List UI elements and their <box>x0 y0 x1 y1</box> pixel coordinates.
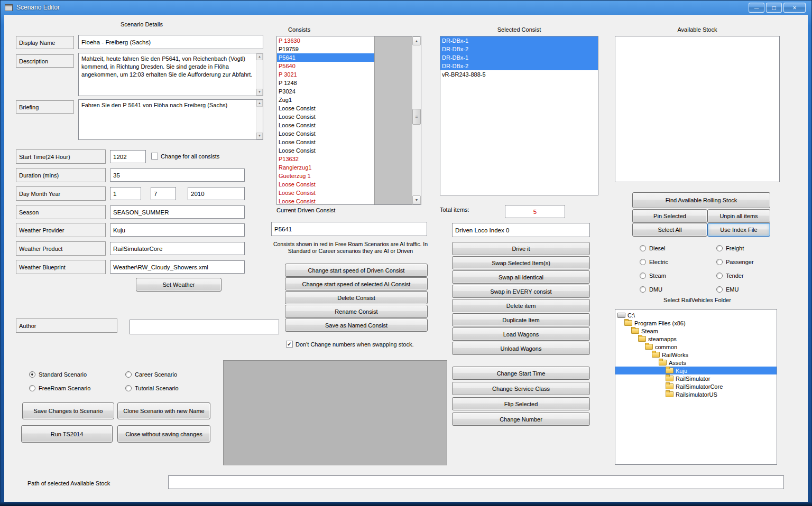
tree-item-railworks[interactable]: RailWorks <box>615 351 777 359</box>
diesel-radio[interactable]: Diesel <box>640 245 716 251</box>
swap-all-identical-button[interactable]: Swap all identical <box>452 270 590 284</box>
day-input[interactable]: 1 <box>110 187 141 200</box>
change-number-button[interactable]: Change Number <box>452 413 590 426</box>
weather-product-input[interactable]: RailSimulatorCore <box>110 242 245 255</box>
weather-provider-input[interactable]: Kuju <box>110 223 245 237</box>
standard-scenario-radio[interactable]: Standard Scenario <box>29 371 125 378</box>
drive-it-button[interactable]: Drive it <box>452 242 590 255</box>
briefing-scrollbar[interactable]: ▲ ▼ <box>256 100 263 139</box>
delete-item-button[interactable]: Delete item <box>452 299 590 312</box>
electric-radio[interactable]: Electric <box>640 259 716 265</box>
scroll-up-icon[interactable]: ▲ <box>256 100 263 107</box>
scroll-up-icon[interactable]: ▲ <box>256 53 263 60</box>
list-item-loose-consist[interactable]: Loose Consist <box>277 138 374 146</box>
swap-selected-item-s-button[interactable]: Swap Selected Item(s) <box>452 256 590 269</box>
available-stock-list[interactable] <box>615 36 780 182</box>
briefing-input[interactable]: Fahren Sie den P 5641 von Flöha nach Fre… <box>78 99 263 140</box>
maximize-button[interactable]: □ <box>766 3 782 13</box>
list-item-loose-consist[interactable]: Loose Consist <box>277 121 374 129</box>
list-item-dr-dbx-1[interactable]: DR-DBx-1 <box>440 53 598 62</box>
tree-item-railsimulatorcore[interactable]: RailSimulatorCore <box>615 382 777 390</box>
list-item-loose-consist[interactable]: Loose Consist <box>277 146 374 155</box>
unpin-all-items-button[interactable]: Unpin all items <box>707 209 770 223</box>
list-item-p5640[interactable]: P5640 <box>277 62 374 70</box>
month-input[interactable]: 7 <box>151 187 176 200</box>
list-item-loose-consist[interactable]: Loose Consist <box>277 129 374 138</box>
scroll-up-icon[interactable]: ▲ <box>412 36 421 45</box>
tree-item-kuju[interactable]: Kuju <box>615 367 777 374</box>
list-item-p3024[interactable]: P3024 <box>277 87 374 96</box>
year-input[interactable]: 2010 <box>188 187 245 200</box>
pin-selected-button[interactable]: Pin Selected <box>632 209 707 223</box>
tree-item-railsimulator[interactable]: RailSimulator <box>615 374 777 382</box>
change-all-consists-checkbox[interactable]: Change for all consists <box>151 153 219 160</box>
rename-consist-button[interactable]: Rename Consist <box>285 305 428 318</box>
dont-change-numbers-checkbox[interactable]: ✓ Don't Change numbers when swapping sto… <box>286 341 413 348</box>
save-as-named-consist-button[interactable]: Save as Named Consist <box>285 318 428 332</box>
tender-radio[interactable]: Tender <box>716 273 778 279</box>
list-item-gueterzug-1[interactable]: Gueterzug 1 <box>277 172 374 180</box>
list-item-zug1[interactable]: Zug1 <box>277 96 374 104</box>
scrollbar-thumb[interactable] <box>412 109 421 125</box>
close-button[interactable]: × <box>783 3 806 13</box>
description-scrollbar[interactable]: ▲ ▼ <box>256 53 263 96</box>
load-wagons-button[interactable]: Load Wagons <box>452 327 590 341</box>
list-item-loose-consist[interactable]: Loose Consist <box>277 113 374 121</box>
list-item-dr-dbx-2[interactable]: DR-DBx-2 <box>440 45 598 53</box>
scroll-down-icon[interactable]: ▼ <box>256 133 263 139</box>
flip-selected-button[interactable]: Flip Selected <box>452 397 590 410</box>
consists-scrollbar[interactable]: ▲ ▼ <box>412 36 421 204</box>
weather-blueprint-input[interactable]: Weather\RW_Cloudy_Showers.xml <box>110 260 245 274</box>
list-item-p-13630[interactable]: P 13630 <box>277 36 374 45</box>
freight-radio[interactable]: Freight <box>716 245 778 251</box>
list-item-vr-br243-888-5[interactable]: vR-BR243-888-5 <box>440 70 598 79</box>
path-input[interactable] <box>168 475 784 489</box>
list-item-p-3021[interactable]: P 3021 <box>277 70 374 79</box>
scroll-down-icon[interactable]: ▼ <box>256 89 263 96</box>
freeroam-scenario-radio[interactable]: FreeRoam Scenario <box>29 385 125 391</box>
tree-item-common[interactable]: common <box>615 343 777 351</box>
display-name-input[interactable]: Floeha - Freiberg (Sachs) <box>78 35 263 49</box>
tree-item-program-files-x86[interactable]: Program Files (x86) <box>615 319 777 327</box>
tree-item-c[interactable]: C:\ <box>615 311 777 319</box>
list-item-dr-dbx-1[interactable]: DR-DBx-1 <box>440 36 598 45</box>
list-item-loose-consist[interactable]: Loose Consist <box>277 189 374 197</box>
dmu-radio[interactable]: DMU <box>640 286 716 293</box>
start-time-input[interactable]: 1202 <box>110 150 146 163</box>
change-start-speed-of-driven-consist-button[interactable]: Change start speed of Driven Consist <box>285 264 428 277</box>
minimize-button[interactable]: ─ <box>749 3 764 13</box>
delete-consist-button[interactable]: Delete Consist <box>285 291 428 304</box>
list-item-loose-consist[interactable]: Loose Consist <box>277 104 374 113</box>
passenger-radio[interactable]: Passenger <box>716 259 778 265</box>
scroll-down-icon[interactable]: ▼ <box>412 195 421 204</box>
career-scenario-radio[interactable]: Career Scenario <box>125 371 222 378</box>
list-item-p19759[interactable]: P19759 <box>277 45 374 53</box>
duplicate-item-button[interactable]: Duplicate Item <box>452 313 590 326</box>
clone-scenario-button[interactable]: Clone Scenario with new Name <box>117 402 210 419</box>
tutorial-scenario-radio[interactable]: Tutorial Scenario <box>125 385 222 391</box>
list-item-loose-consist[interactable]: Loose Consist <box>277 180 374 189</box>
tree-item-steam[interactable]: Steam <box>615 327 777 335</box>
list-item-dr-dbx-2[interactable]: DR-DBx-2 <box>440 62 598 70</box>
titlebar[interactable]: Scenario Editor ─ □ × <box>0 0 812 15</box>
description-input[interactable]: Mahlzeit, heute fahren Sie den P5641, vo… <box>78 53 263 96</box>
run-ts2014-button[interactable]: Run TS2014 <box>21 425 113 443</box>
author-input[interactable] <box>130 320 279 334</box>
set-weather-button[interactable]: Set Weather <box>136 278 222 292</box>
season-input[interactable]: SEASON_SUMMER <box>110 205 245 219</box>
change-service-class-button[interactable]: Change Service Class <box>452 382 590 395</box>
tree-item-assets[interactable]: Assets <box>615 359 777 367</box>
change-start-time-button[interactable]: Change Start Time <box>452 367 590 380</box>
change-start-speed-of-selected-ai-consist-button[interactable]: Change start speed of selected AI Consis… <box>285 277 428 291</box>
emu-radio[interactable]: EMU <box>716 286 778 293</box>
use-index-file-button[interactable]: Use Index File <box>707 223 770 237</box>
steam-radio[interactable]: Steam <box>640 273 716 279</box>
unload-wagons-button[interactable]: Unload Wagons <box>452 342 590 355</box>
list-item-rangierzug1[interactable]: Rangierzug1 <box>277 163 374 172</box>
swap-in-every-consist-button[interactable]: Swap in EVERY consist <box>452 285 590 298</box>
tree-item-railsimulatorus[interactable]: RailsimulatorUS <box>615 390 777 398</box>
current-driven-consist-input[interactable]: P5641 <box>271 222 427 236</box>
save-changes-button[interactable]: Save Changes to Scenario <box>22 402 114 419</box>
list-item-p-1248[interactable]: P 1248 <box>277 79 374 87</box>
close-without-saving-button[interactable]: Close without saving changes <box>117 425 210 443</box>
